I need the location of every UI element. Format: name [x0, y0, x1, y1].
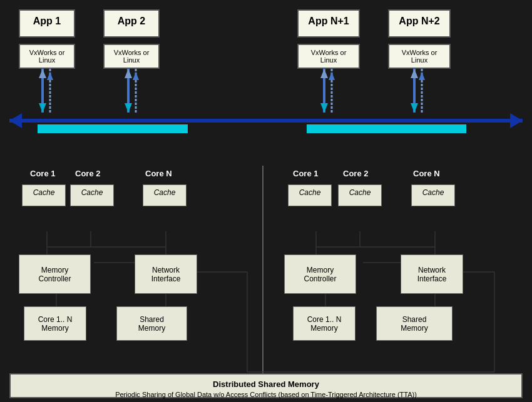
diagram: App 1 App 2 App N+1 App N+2 VxWorks orLi… — [0, 0, 532, 402]
osn2-box: VxWorks orLinux — [388, 44, 451, 69]
svg-marker-6 — [39, 103, 46, 113]
appn1-box: App N+1 — [297, 9, 360, 38]
right-network-interface: NetworkInterface — [401, 254, 463, 294]
right-core2-label: Core 2 — [343, 169, 368, 178]
svg-marker-22 — [411, 69, 418, 78]
left-core-memory: Core 1.. NMemory — [24, 306, 86, 341]
svg-marker-19 — [329, 72, 335, 80]
left-network-interface: NetworkInterface — [135, 254, 197, 294]
osn1-box: VxWorks orLinux — [297, 44, 360, 69]
left-core1-label: Core 1 — [30, 169, 55, 178]
app1-box: App 1 — [19, 9, 75, 38]
svg-marker-1 — [9, 113, 22, 128]
svg-marker-24 — [419, 72, 425, 80]
left-cache2: Cache — [70, 184, 114, 206]
svg-marker-21 — [411, 103, 418, 113]
app2-label: App 2 — [118, 16, 145, 26]
svg-marker-7 — [39, 69, 46, 78]
right-cache1: Cache — [288, 184, 332, 206]
right-memory-controller: MemoryController — [284, 254, 356, 294]
appn2-box: App N+2 — [388, 9, 451, 38]
left-cache1: Cache — [22, 184, 66, 206]
svg-marker-9 — [47, 72, 53, 80]
svg-rect-3 — [38, 124, 188, 133]
os2-box: VxWorks orLinux — [103, 44, 160, 69]
left-memory-controller: MemoryController — [19, 254, 91, 294]
svg-marker-14 — [133, 72, 139, 80]
right-cachen: Cache — [411, 184, 455, 206]
left-coren-label: Core N — [145, 169, 172, 178]
svg-marker-2 — [510, 113, 523, 128]
svg-marker-17 — [320, 69, 328, 78]
appn2-label: App N+2 — [399, 16, 439, 26]
app1-label: App 1 — [33, 16, 61, 26]
right-cache2: Cache — [338, 184, 382, 206]
right-core-memory: Core 1.. NMemory — [293, 306, 356, 341]
app2-box: App 2 — [103, 9, 160, 38]
dsm-title: Distributed Shared Memory — [16, 379, 516, 389]
svg-marker-16 — [320, 103, 328, 113]
left-shared-memory: SharedMemory — [116, 306, 187, 341]
appn1-label: App N+1 — [308, 16, 349, 26]
svg-marker-12 — [125, 69, 132, 78]
svg-marker-11 — [125, 103, 132, 113]
left-core2-label: Core 2 — [75, 169, 100, 178]
os1-box: VxWorks orLinux — [19, 44, 75, 69]
svg-rect-4 — [307, 124, 466, 133]
right-core1-label: Core 1 — [293, 169, 318, 178]
right-coren-label: Core N — [413, 169, 440, 178]
dsm-box: Distributed Shared Memory Periodic Shari… — [9, 373, 523, 398]
dsm-subtitle: Periodic Sharing of Global Data w/o Acce… — [16, 391, 516, 398]
left-cachen: Cache — [143, 184, 187, 206]
right-shared-memory: SharedMemory — [376, 306, 453, 341]
